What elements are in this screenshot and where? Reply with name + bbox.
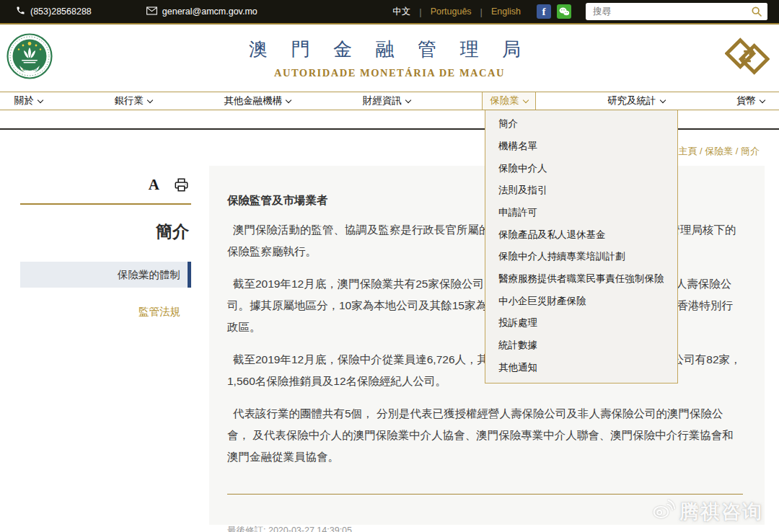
sidebar-divider <box>20 203 191 205</box>
nav-item-financial-info[interactable]: 財經資訊 <box>363 92 410 110</box>
phone-contact: (853)28568288 <box>16 6 92 17</box>
email-address[interactable]: general@amcm.gov.mo <box>162 6 258 17</box>
menu-item-medical-liability-insurance[interactable]: 醫療服務提供者職業民事責任強制保險 <box>485 268 677 291</box>
site-title-portuguese: AUTORIDADE MONETÁRIA DE MACAU <box>249 67 530 79</box>
weibo-watermark-icon <box>651 497 676 526</box>
nav-item-about[interactable]: 關於 <box>14 92 43 110</box>
svg-text:MACAU: MACAU <box>22 67 37 71</box>
amcm-website-page: (853)28568288 general@amcm.gov.mo 中文 | P… <box>0 0 779 532</box>
last-modified: 最後修訂: 2020-03-27 14:39:05 <box>227 525 743 532</box>
nav-item-currency[interactable]: 貨幣 <box>736 92 765 110</box>
search-box <box>586 3 767 20</box>
sidebar-item-insurance-system[interactable]: 保險業的體制 <box>20 262 191 288</box>
nav-item-other-financial-institutions[interactable]: 其他金融機構 <box>224 92 291 110</box>
menu-item-institution-list[interactable]: 機構名單 <box>485 136 677 158</box>
mail-icon <box>146 6 157 17</box>
facebook-icon[interactable]: f <box>537 4 551 19</box>
chevron-down-icon <box>147 97 153 102</box>
search-icon[interactable] <box>746 3 767 20</box>
watermark-text: 腾祺咨询 <box>679 499 763 525</box>
font-size-icon[interactable]: A <box>149 177 159 192</box>
menu-item-introduction[interactable]: 簡介 <box>485 113 677 136</box>
lang-english[interactable]: English <box>491 6 521 17</box>
menu-item-application-licensing[interactable]: 申請許可 <box>485 202 677 224</box>
menu-item-statistics[interactable]: 統計數據 <box>485 334 677 357</box>
main-navigation: 關於 銀行業 其他金融機構 財經資訊 保險業 研究及統計 貨幣 <box>0 92 779 110</box>
article-paragraph: 代表該行業的團體共有5個， 分別是代表已獲授權經營人壽保險公司及非人壽保險公司的… <box>227 403 743 468</box>
email-contact[interactable]: general@amcm.gov.mo <box>146 6 258 17</box>
print-icon[interactable] <box>174 178 189 192</box>
menu-item-insurance-products-pension-funds[interactable]: 保險產品及私人退休基金 <box>485 223 677 246</box>
site-title-chinese: 澳 門 金 融 管 理 局 <box>249 37 530 62</box>
top-bar: (853)28568288 general@amcm.gov.mo 中文 | P… <box>0 0 779 25</box>
content-divider <box>227 494 743 495</box>
chevron-down-icon <box>659 97 665 102</box>
amcm-emblem-icon[interactable] <box>725 34 770 79</box>
chevron-down-icon <box>760 97 765 102</box>
language-switcher: 中文 | Português | English <box>392 6 521 18</box>
site-title[interactable]: 澳 門 金 融 管 理 局 AUTORIDADE MONETÁRIA DE MA… <box>249 37 530 79</box>
lang-portuguese[interactable]: Português <box>431 6 472 17</box>
breadcrumb[interactable]: 主頁 / 保險業 / 簡介 <box>678 146 760 156</box>
menu-item-complaints-handling[interactable]: 投訴處理 <box>485 312 677 334</box>
nav-item-banking[interactable]: 銀行業 <box>114 92 152 110</box>
insurance-dropdown-menu: 簡介 機構名單 保險中介人 法則及指引 申請許可 保險產品及私人退休基金 保險中… <box>485 110 678 384</box>
sidebar: A 簡介 保險業的體制 監管法規 <box>0 166 209 525</box>
sidebar-section-title: 簡介 <box>20 221 191 243</box>
menu-item-cpd-programme[interactable]: 保險中介人持續專業培訓計劃 <box>485 246 677 268</box>
menu-item-other-notices[interactable]: 其他通知 <box>485 356 677 378</box>
macau-government-emblem-icon[interactable]: MACAU <box>6 33 53 79</box>
menu-item-insurance-intermediaries[interactable]: 保險中介人 <box>485 157 677 179</box>
phone-number: (853)28568288 <box>30 6 92 17</box>
menu-item-sme-catastrophe-insurance[interactable]: 中小企巨災財產保險 <box>485 290 677 312</box>
chevron-down-icon <box>38 97 43 102</box>
search-input[interactable] <box>586 6 746 17</box>
phone-icon <box>16 6 25 17</box>
wechat-icon[interactable] <box>557 4 571 19</box>
site-header: MACAU 澳 門 金 融 管 理 局 AUTORIDADE MONETÁRIA… <box>0 25 779 92</box>
nav-item-insurance[interactable]: 保險業 <box>482 92 536 110</box>
lang-chinese[interactable]: 中文 <box>392 6 410 18</box>
nav-item-research-statistics[interactable]: 研究及統計 <box>607 92 665 110</box>
chevron-down-icon <box>522 97 528 102</box>
sidebar-item-regulations[interactable]: 監管法規 <box>20 305 191 319</box>
menu-item-rules-guidelines[interactable]: 法則及指引 <box>485 179 677 202</box>
watermark: 腾祺咨询 <box>651 497 763 526</box>
chevron-down-icon <box>286 97 291 102</box>
page-tools: A <box>20 173 191 196</box>
chevron-down-icon <box>405 97 410 102</box>
